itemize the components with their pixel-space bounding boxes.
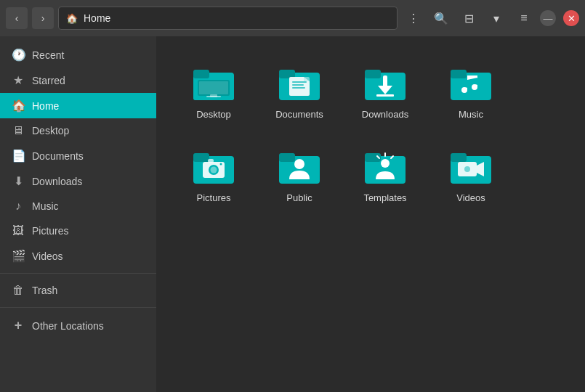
folder-videos[interactable]: Videos	[431, 134, 511, 212]
back-icon: ‹	[15, 12, 19, 24]
more-icon: ⋮	[408, 12, 419, 25]
other-locations-icon: +	[12, 318, 25, 333]
sidebar-item-recent[interactable]: 🕐 Recent	[0, 42, 156, 68]
svg-rect-10	[292, 81, 307, 83]
minimize-button[interactable]: —	[540, 10, 556, 26]
folder-videos-icon	[449, 143, 493, 187]
forward-button[interactable]: ›	[32, 7, 54, 29]
search-button[interactable]: 🔍	[429, 7, 453, 30]
sidebar-item-music[interactable]: ♪ Music	[0, 194, 156, 219]
view-options-button[interactable]: ⊟	[457, 7, 480, 30]
folder-templates[interactable]: Templates	[345, 134, 425, 212]
folder-documents-label: Documents	[275, 109, 323, 120]
folder-downloads[interactable]: Downloads	[345, 51, 425, 128]
folder-desktop-icon	[192, 60, 235, 103]
svg-rect-21	[451, 70, 467, 78]
folder-music-icon	[449, 60, 493, 103]
folder-desktop-label: Desktop	[196, 109, 231, 120]
svg-rect-16	[365, 70, 381, 78]
folder-documents[interactable]: Documents	[259, 51, 339, 128]
videos-icon: 🎬	[12, 249, 25, 263]
folder-public-label: Public	[286, 192, 312, 203]
desktop-icon: 🖥	[12, 124, 25, 137]
svg-rect-11	[292, 84, 304, 86]
folder-public-icon	[278, 143, 321, 187]
close-button[interactable]: ✕	[563, 10, 579, 26]
folder-videos-label: Videos	[456, 192, 485, 203]
sidebar-label-pictures: Pictures	[32, 225, 145, 237]
content-area: Desktop Documents	[156, 36, 585, 392]
svg-rect-23	[193, 153, 209, 162]
sidebar-label-recent: Recent	[32, 49, 145, 61]
sidebar-label-videos: Videos	[32, 250, 145, 262]
sidebar-label-desktop: Desktop	[32, 125, 145, 136]
svg-rect-18	[383, 75, 387, 87]
folder-pictures[interactable]: Pictures	[174, 134, 254, 212]
sidebar-label-other-locations: Other Locations	[32, 320, 145, 332]
recent-icon: 🕐	[12, 48, 25, 62]
more-options-button[interactable]: ⋮	[402, 7, 425, 30]
sort-icon: ▾	[493, 12, 499, 25]
sidebar-label-downloads: Downloads	[32, 176, 145, 187]
back-button[interactable]: ‹	[6, 7, 28, 29]
location-home-icon: 🏠	[66, 13, 78, 24]
sidebar-item-videos[interactable]: 🎬 Videos	[0, 243, 156, 269]
folder-downloads-icon	[363, 60, 407, 103]
music-icon: ♪	[12, 200, 25, 213]
svg-point-31	[294, 159, 304, 169]
sort-button[interactable]: ▾	[485, 7, 508, 30]
svg-rect-4	[199, 81, 228, 94]
sidebar-item-home[interactable]: 🏠 Home	[0, 93, 156, 118]
folder-templates-icon	[363, 143, 407, 187]
close-icon: ✕	[568, 13, 576, 24]
svg-point-42	[464, 166, 470, 172]
view-options-icon: ⊟	[464, 12, 474, 25]
sidebar-item-pictures[interactable]: 🖼 Pictures	[0, 219, 156, 243]
minimize-icon: —	[544, 13, 553, 24]
svg-point-28	[220, 163, 222, 166]
sidebar-divider-2	[0, 307, 156, 308]
downloads-icon: ⬇	[12, 174, 25, 188]
sidebar-item-trash[interactable]: 🗑 Trash	[0, 278, 156, 303]
svg-rect-30	[279, 153, 295, 162]
forward-icon: ›	[41, 12, 45, 24]
svg-rect-19	[376, 94, 394, 97]
sidebar-item-downloads[interactable]: ⬇ Downloads	[0, 168, 156, 194]
home-icon: 🏠	[12, 99, 25, 113]
svg-rect-6	[210, 94, 217, 97]
sidebar-label-home: Home	[32, 100, 145, 112]
titlebar: ‹ › 🏠 Home ⋮ 🔍 ⊟ ▾ ≡ — ✕	[0, 0, 585, 36]
sidebar-label-starred: Starred	[32, 75, 145, 86]
sidebar: 🕐 Recent ★ Starred 🏠 Home 🖥 Desktop 📄 Do…	[0, 36, 156, 392]
folder-documents-icon	[278, 60, 321, 103]
pictures-icon: 🖼	[12, 224, 25, 237]
sidebar-label-music: Music	[32, 200, 145, 212]
starred-icon: ★	[12, 73, 25, 87]
trash-icon: 🗑	[12, 284, 25, 297]
svg-rect-12	[292, 87, 305, 89]
main-area: 🕐 Recent ★ Starred 🏠 Home 🖥 Desktop 📄 Do…	[0, 36, 585, 392]
sidebar-item-desktop[interactable]: 🖥 Desktop	[0, 118, 156, 143]
folder-public[interactable]: Public	[259, 134, 339, 212]
search-icon: 🔍	[434, 12, 448, 25]
folder-templates-label: Templates	[363, 192, 406, 203]
folder-desktop[interactable]: Desktop	[174, 51, 254, 128]
sidebar-label-documents: Documents	[32, 150, 145, 162]
sidebar-item-other-locations[interactable]: + Other Locations	[0, 312, 156, 339]
sidebar-divider	[0, 273, 156, 274]
list-icon: ≡	[520, 12, 527, 25]
folder-music[interactable]: Music	[431, 51, 511, 128]
svg-point-26	[211, 167, 217, 173]
list-view-button[interactable]: ≡	[512, 7, 536, 30]
location-label: Home	[84, 12, 110, 24]
location-bar[interactable]: 🏠 Home	[58, 7, 398, 30]
sidebar-label-trash: Trash	[32, 285, 145, 296]
svg-rect-27	[208, 159, 214, 163]
folder-pictures-icon	[192, 143, 235, 187]
svg-rect-39	[451, 153, 467, 162]
sidebar-item-starred[interactable]: ★ Starred	[0, 68, 156, 93]
folder-downloads-label: Downloads	[362, 109, 408, 120]
sidebar-item-documents[interactable]: 📄 Documents	[0, 143, 156, 168]
folder-music-label: Music	[459, 109, 483, 120]
svg-rect-2	[193, 70, 209, 78]
